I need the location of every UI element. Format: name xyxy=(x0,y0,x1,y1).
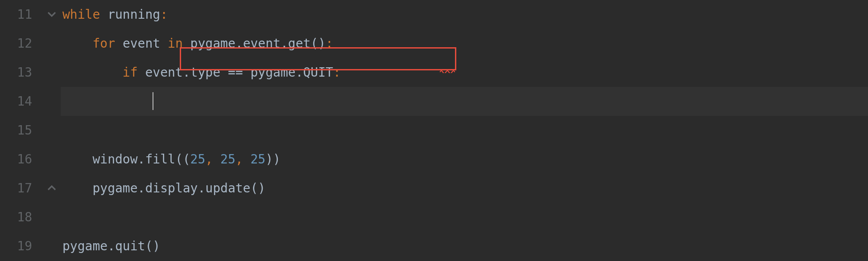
colon: : xyxy=(160,7,168,22)
identifier: running xyxy=(107,7,160,22)
code-line-current[interactable] xyxy=(61,87,868,116)
identifier: display xyxy=(145,181,198,196)
number-literal: 25 xyxy=(250,152,265,167)
function-call: update xyxy=(205,181,250,196)
line-number-gutter: 11 12 13 14 15 16 17 18 19 xyxy=(0,0,45,261)
fold-toggle-icon[interactable] xyxy=(47,10,56,19)
code-line[interactable] xyxy=(61,116,868,145)
number-literal: 25 xyxy=(220,152,236,167)
line-number: 15 xyxy=(0,116,32,145)
identifier: window xyxy=(92,152,137,167)
line-number: 17 xyxy=(0,174,32,203)
line-number: 19 xyxy=(0,232,32,261)
code-line[interactable]: while running: xyxy=(61,0,868,29)
identifier: event xyxy=(123,36,160,51)
code-editor[interactable]: 11 12 13 14 15 16 17 18 19 while running… xyxy=(0,0,868,261)
identifier: event xyxy=(145,65,182,80)
line-number: 14 xyxy=(0,87,32,116)
keyword-in: in xyxy=(168,36,183,51)
code-area[interactable]: while running: for event in pygame.event… xyxy=(61,0,868,261)
function-call: get xyxy=(288,36,311,51)
line-number: 13 xyxy=(0,58,32,87)
line-number: 11 xyxy=(0,0,32,29)
code-line[interactable]: window.fill((25, 25, 25)) xyxy=(61,145,868,174)
identifier: pygame xyxy=(62,239,107,253)
code-line[interactable]: pygame.display.update() xyxy=(61,174,868,203)
identifier: event xyxy=(243,36,281,51)
line-number: 16 xyxy=(0,145,32,174)
identifier: QUIT xyxy=(303,65,333,80)
keyword-if: if xyxy=(123,65,138,80)
identifier: type xyxy=(190,65,220,80)
function-call: quit xyxy=(115,239,145,253)
colon: : xyxy=(333,65,341,80)
line-number: 12 xyxy=(0,29,32,58)
identifier: pygame xyxy=(190,36,236,51)
colon: : xyxy=(326,36,333,51)
keyword-while: while xyxy=(62,7,100,22)
code-line[interactable] xyxy=(61,203,868,232)
operator-eq: == xyxy=(228,65,243,80)
code-line[interactable]: pygame.quit() xyxy=(61,232,868,261)
identifier: pygame xyxy=(92,181,137,196)
code-line[interactable]: if event.type == pygame.QUIT: xyxy=(61,58,868,87)
identifier: pygame xyxy=(250,65,295,80)
number-literal: 25 xyxy=(190,152,206,167)
code-line[interactable]: for event in pygame.event.get(): xyxy=(61,29,868,58)
function-call: fill xyxy=(145,152,175,167)
fold-gutter xyxy=(45,0,61,261)
line-number: 18 xyxy=(0,203,32,232)
fold-end-icon[interactable] xyxy=(47,184,56,192)
text-caret xyxy=(153,92,153,110)
keyword-for: for xyxy=(92,36,115,51)
